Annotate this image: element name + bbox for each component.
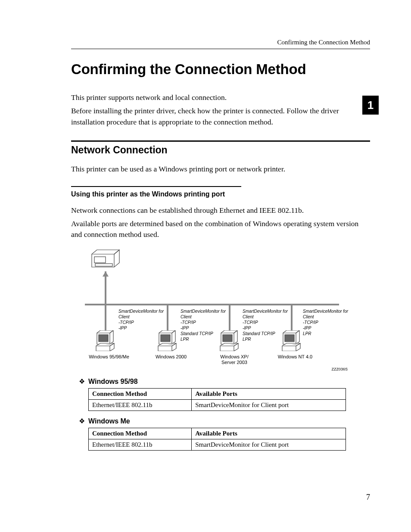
- table-header: Available Ports: [192, 428, 346, 439]
- table-header: Connection Method: [89, 388, 192, 399]
- chapter-tab: 1: [362, 96, 379, 115]
- table-title: Windows Me: [88, 417, 130, 425]
- table-header: Available Ports: [192, 388, 346, 399]
- subsection-rule: [71, 186, 241, 187]
- table-cell: Ethernet/IEEE 802.11b: [89, 399, 192, 411]
- node-label: Windows 2000: [149, 354, 193, 360]
- table-cell: Ethernet/IEEE 802.11b: [89, 439, 192, 450]
- page-number: 7: [366, 493, 370, 502]
- table-row: Ethernet/IEEE 802.11b SmartDeviceMonitor…: [89, 439, 346, 450]
- sub-paragraph-1: Network connections can be established t…: [71, 205, 370, 216]
- diamond-bullet-icon: ❖: [79, 377, 85, 386]
- intro-paragraph-1: This printer supports network and local …: [71, 92, 370, 103]
- node-label: Windows NT 4.0: [274, 354, 317, 360]
- computer-icon: [157, 330, 180, 351]
- svg-rect-4: [223, 335, 232, 342]
- printer-icon: [89, 246, 123, 271]
- table-header: Connection Method: [89, 428, 192, 439]
- subsection-heading: Using this printer as the Windows printi…: [71, 190, 370, 198]
- running-head: Confirming the Connection Method: [71, 39, 370, 49]
- diamond-bullet-icon: ❖: [79, 417, 85, 425]
- diagram-bus: [85, 304, 339, 305]
- svg-rect-3: [161, 335, 170, 342]
- table-cell: SmartDeviceMonitor for Client port: [192, 399, 346, 411]
- port-list: SmartDeviceMonitor for Client -TCP/IP -I…: [118, 308, 174, 331]
- section-rule: [71, 140, 370, 142]
- computer-icon: [281, 330, 304, 351]
- computer-icon: [95, 330, 118, 351]
- diagram-line: [291, 305, 293, 331]
- network-diagram: SmartDeviceMonitor for Client -TCP/IP -I…: [81, 246, 348, 371]
- table-block: ❖ Windows 95/98 Connection Method Availa…: [79, 377, 370, 411]
- sub-paragraph-2: Available ports are determined based on …: [71, 218, 370, 240]
- ports-table: Connection Method Available Ports Ethern…: [88, 388, 346, 411]
- table-cell: SmartDeviceMonitor for Client port: [192, 439, 346, 450]
- table-row: Connection Method Available Ports: [89, 428, 346, 439]
- section-heading: Network Connection: [71, 144, 370, 156]
- node-label: Windows XP/ Server 2003: [215, 354, 254, 365]
- computer-icon: [219, 330, 242, 351]
- diagram-line: [105, 305, 106, 331]
- diagram-line: [229, 305, 230, 331]
- svg-rect-1: [95, 264, 112, 266]
- svg-rect-5: [285, 335, 294, 342]
- page: Confirming the Connection Method 1 Confi…: [0, 0, 411, 532]
- figure-id: ZZZ036S: [331, 367, 348, 371]
- table-title: Windows 95/98: [88, 378, 138, 386]
- intro-paragraph-2: Before installing the printer driver, ch…: [71, 106, 370, 128]
- arrow-icon: [103, 271, 109, 277]
- table-row: Ethernet/IEEE 802.11b SmartDeviceMonitor…: [89, 399, 346, 411]
- port-list: SmartDeviceMonitor for Client -TCP/IP -I…: [303, 308, 350, 336]
- table-row: Connection Method Available Ports: [89, 388, 346, 399]
- node-label: Windows 95/98/Me: [87, 354, 131, 360]
- svg-rect-0: [94, 257, 106, 263]
- diagram-line: [167, 305, 168, 331]
- page-title: Confirming the Connection Method: [71, 61, 370, 78]
- network-paragraph: This printer can be used as a Windows pr…: [71, 164, 370, 174]
- svg-rect-2: [99, 335, 108, 342]
- table-block: ❖ Windows Me Connection Method Available…: [79, 417, 370, 451]
- ports-table: Connection Method Available Ports Ethern…: [88, 428, 346, 451]
